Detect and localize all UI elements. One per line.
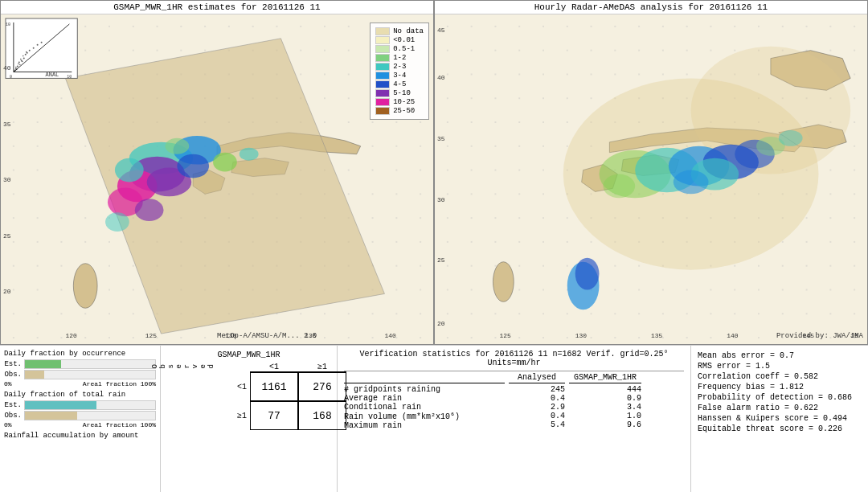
svg-text:140: 140: [727, 332, 739, 339]
svg-text:125: 125: [145, 332, 158, 339]
legend-item-001: <0.01: [375, 36, 424, 44]
right-map-canvas: 125 130 135 140 145 20 25 30 35 40 45 15…: [435, 14, 867, 342]
svg-point-27: [23, 58, 25, 59]
bar-container-obs2: [24, 411, 156, 420]
svg-text:125: 125: [499, 332, 511, 339]
svg-text:25: 25: [3, 232, 11, 240]
bar-chart-section2: Daily fraction of total rain Est. Obs. 0…: [4, 391, 156, 428]
stats-val-a4: 5.4: [509, 420, 565, 429]
ct-row-label-1: <1: [218, 383, 250, 392]
svg-text:120: 120: [65, 332, 77, 339]
bar-charts-panel: Daily fraction by occurrence Est. Obs. 0…: [0, 346, 161, 492]
stats-val-a2: 2.9: [509, 403, 565, 412]
svg-text:130: 130: [575, 332, 588, 339]
left-map-canvas: 0 10 10 ANAL 120 125 130 135 140 20 25 3…: [1, 14, 433, 342]
right-map-credit: Provided by: JWA/JMA: [776, 332, 863, 340]
stats-val-g1: 0.9: [569, 394, 641, 403]
stats-col-analysed: Analysed 245 0.4 2.9 0.4 5.4: [509, 373, 565, 430]
stats-header-gsmap: GSMAP_MWR_1HR: [569, 373, 641, 383]
svg-text:25: 25: [437, 256, 445, 264]
svg-point-36: [20, 59, 22, 60]
svg-point-38: [26, 51, 27, 53]
legend-item-05-1: 0.5-1: [375, 45, 424, 53]
contingency-table-area: <1 ≥1 <1 1161 276 ≥1 77 168: [218, 363, 346, 430]
svg-text:35: 35: [437, 135, 445, 142]
stats-val-g2: 3.4: [569, 403, 641, 412]
svg-point-30: [29, 50, 31, 51]
score-freq-bias: Frequency bias = 1.812: [698, 383, 862, 392]
stats-divider: [344, 371, 684, 371]
bar-container-obs1: [24, 370, 156, 379]
svg-point-10: [177, 154, 209, 178]
bar-container-est1: [24, 359, 156, 369]
bar-label-obs1: Obs.: [4, 371, 22, 379]
bar-chart-title2: Daily fraction of total rain: [4, 391, 156, 399]
svg-text:30: 30: [437, 196, 445, 203]
left-map-svg: 0 10 10 ANAL 120 125 130 135 140 20 25 3…: [1, 14, 433, 342]
stats-header-analysed: Analysed: [509, 373, 565, 383]
score-corr-coeff: Correlation coeff = 0.582: [698, 372, 862, 381]
svg-point-74: [779, 130, 803, 146]
svg-text:10: 10: [6, 23, 10, 27]
legend-item-nodata: No data: [375, 27, 424, 35]
svg-text:40: 40: [3, 64, 11, 72]
svg-text:ANAL: ANAL: [46, 72, 59, 78]
svg-point-25: [18, 62, 20, 64]
svg-text:0: 0: [10, 75, 12, 79]
legend-item-1-2: 1-2: [375, 54, 424, 62]
bar-chart-section1: Daily fraction by occurrence Est. Obs. 0…: [4, 350, 156, 387]
bar-chart-section3: Rainfall accumulation by amount: [4, 432, 156, 441]
svg-point-39: [14, 71, 15, 72]
svg-point-11: [115, 158, 144, 182]
svg-point-35: [18, 64, 19, 65]
svg-point-69: [674, 170, 709, 195]
stats-cols-wrapper: # gridpoints raining Average rain Condit…: [344, 373, 684, 430]
svg-text:30: 30: [3, 176, 11, 183]
svg-text:45: 45: [437, 27, 445, 34]
bar-chart-title3: Rainfall accumulation by amount: [4, 432, 156, 440]
svg-text:140: 140: [384, 332, 396, 339]
svg-point-72: [603, 174, 635, 199]
main-container: GSMAP_MWR_1HR estimates for 20161126 11: [0, 0, 868, 492]
ct-row-label-2: ≥1: [218, 412, 250, 420]
contingency-title: GSMAP_MWR_1HR: [217, 351, 280, 359]
score-equitable-threat: Equitable threat score = 0.226: [698, 424, 862, 433]
bar-label-est1: Est.: [4, 360, 22, 368]
ct-row-1: <1 1161 276: [218, 372, 346, 401]
svg-point-33: [41, 42, 43, 43]
score-rms-error: RMS error = 1.5: [698, 362, 862, 371]
stats-label-3: Rain volume (mm*km²x10⁶): [344, 412, 505, 421]
svg-text:10: 10: [67, 75, 72, 79]
svg-text:135: 135: [651, 332, 663, 339]
bar-axis1: 0% Areal fraction 100%: [4, 380, 156, 387]
right-map-title: Hourly Radar-AMeDAS analysis for 2016112…: [435, 1, 867, 14]
legend-item-10-25: 10-25: [375, 98, 424, 106]
stats-val-a0: 245: [509, 385, 565, 394]
score-mean-abs-error: Mean abs error = 0.7: [698, 351, 862, 360]
legend-item-2-3: 2-3: [375, 63, 424, 71]
svg-point-28: [25, 54, 27, 55]
stats-val-g0: 444: [569, 385, 641, 394]
legend: No data <0.01 0.5-1 1-2: [370, 23, 429, 120]
svg-point-40: [16, 69, 18, 71]
stats-label-1: Average rain: [344, 394, 505, 403]
svg-text:20: 20: [437, 320, 445, 327]
svg-point-15: [240, 148, 259, 161]
left-map-credit: MetOp-A/AMSU-A/M... 2.0: [217, 332, 317, 340]
ct-row-2: ≥1 77 168: [218, 401, 346, 430]
bar-label-est2: Est.: [4, 401, 22, 409]
stats-title: Verification statistics for 20161126 11 …: [344, 350, 684, 367]
stats-label-0: # gridpoints raining: [344, 385, 505, 394]
stats-label-2: Conditional rain: [344, 403, 505, 412]
bottom-row: Daily fraction by occurrence Est. Obs. 0…: [0, 346, 868, 492]
svg-point-3: [73, 264, 97, 309]
stats-col-gsmap: GSMAP_MWR_1HR 444 0.9 3.4 1.0 9.6: [569, 373, 641, 430]
bar-row-obs1: Obs.: [4, 370, 156, 379]
scores-panel: Mean abs error = 0.7 RMS error = 1.5 Cor…: [691, 346, 868, 492]
svg-point-31: [33, 47, 35, 49]
svg-point-37: [23, 55, 24, 57]
svg-point-71: [575, 258, 600, 290]
svg-point-60: [493, 262, 514, 302]
right-map-svg: 125 130 135 140 145 20 25 30 35 40 45 15: [435, 14, 867, 342]
svg-point-42: [22, 61, 23, 63]
